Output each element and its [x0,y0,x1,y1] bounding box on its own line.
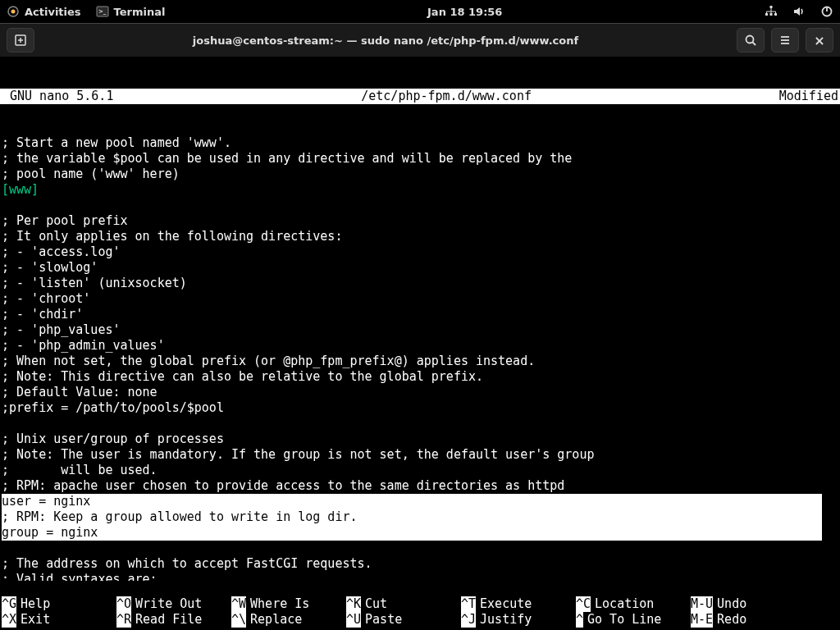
help-row-1: ^GHelp^OWrite Out^WWhere Is^KCut^TExecut… [2,596,838,612]
editor-line: ; the variable $pool can be used in any … [2,151,838,167]
editor-line: ; pool name ('www' here) [2,167,838,182]
help-item: ^WWhere Is [231,596,346,612]
help-label: Redo [713,612,746,628]
close-icon: × [814,33,824,48]
power-icon[interactable] [820,5,833,18]
editor-line: ; Note: This directive can also be relat… [2,369,838,385]
help-label: Go To Line [583,612,661,628]
editor-line: group = nginx [2,525,822,541]
app-menu[interactable]: >_ Terminal [96,5,166,18]
editor-line: ; Per pool prefix [2,213,838,229]
help-key: M-E [691,612,713,628]
help-key: M-U [691,596,713,612]
editor-line: ;prefix = /path/to/pools/$pool [2,400,838,416]
help-label: Exit [16,612,50,628]
editor-line: ; RPM: Keep a group allowed to write in … [2,509,822,525]
editor-line: ; Unix user/group of processes [2,431,838,447]
help-item: ^CLocation [576,596,691,612]
help-key: ^R [116,612,131,628]
editor-line: ; - 'listen' (unixsocket) [2,276,838,291]
help-key: ^J [461,612,476,628]
close-button[interactable]: × [806,28,833,52]
help-key: ^T [461,596,476,612]
help-item: ^OWrite Out [116,596,231,612]
editor-line: ; RPM: apache user chosen to provide acc… [2,478,838,494]
nano-version: GNU nano 5.6.1 [0,89,113,104]
search-button[interactable] [737,28,765,52]
help-label: Location [591,596,654,612]
editor-line: ; will be used. [2,463,838,478]
help-item: ^KCut [346,596,461,612]
help-key: ^W [231,596,246,612]
svg-rect-7 [774,13,777,16]
help-key: ^C [576,596,591,612]
help-item: ^RRead File [116,612,231,628]
terminal-headerbar: joshua@centos-stream:~ — sudo nano /etc/… [0,23,840,57]
svg-point-13 [746,36,754,43]
help-item: ^UPaste [346,612,461,628]
help-label: Where Is [246,596,309,612]
help-item: ^XExit [2,612,116,628]
help-item: M-ERedo [691,612,765,628]
help-item: ^ Go To Line [576,612,691,628]
window-title: joshua@centos-stream:~ — sudo nano /etc/… [41,34,730,47]
editor-content[interactable]: ; Start a new pool named 'www'.; the var… [0,135,840,630]
editor-line: ; - 'php_values' [2,322,838,338]
editor-line [2,541,838,556]
help-key: ^G [2,596,16,612]
editor-line: ; The address on which to accept FastCGI… [2,556,838,572]
new-tab-button[interactable] [7,28,34,52]
terminal-body[interactable]: GNU nano 5.6.1 /etc/php-fpm.d/www.conf M… [0,57,840,630]
help-label: Execute [476,596,532,612]
editor-line: ; - 'chroot' [2,291,838,307]
help-label: Help [16,596,50,612]
svg-text:>_: >_ [98,8,107,15]
clock-label: Jan 18 19:56 [427,6,502,18]
help-item: ^JJustify [461,612,576,628]
help-item: ^\Replace [231,612,346,628]
nano-filepath: /etc/php-fpm.d/www.conf [113,89,778,104]
help-key: ^O [116,596,131,612]
help-label: Undo [713,596,746,612]
help-label: Cut [361,596,387,612]
svg-point-1 [11,10,16,14]
nano-titlebar: GNU nano 5.6.1 /etc/php-fpm.d/www.conf M… [0,89,840,104]
help-label: Read File [131,612,202,628]
help-key: ^X [2,612,16,628]
editor-line: [www] [2,182,838,198]
editor-line: ; - 'chdir' [2,307,838,322]
editor-line: ; - 'php_admin_values' [2,338,838,354]
network-icon[interactable] [765,5,778,18]
help-row-2: ^XExit^RRead File^\Replace^UPaste^JJusti… [2,612,838,628]
help-key: ^ [576,612,583,628]
editor-line: ; Start a new pool named 'www'. [2,135,838,151]
help-key: ^K [346,596,361,612]
gnome-top-bar: Activities >_ Terminal Jan 18 19:56 [0,0,840,23]
activities-icon [7,5,20,18]
activities-button[interactable]: Activities [7,5,81,18]
volume-icon[interactable] [792,5,806,18]
editor-line: user = nginx [2,494,822,509]
help-label: Write Out [131,596,202,612]
svg-line-14 [753,43,756,46]
help-item: M-UUndo [691,596,765,612]
editor-line [2,198,838,213]
svg-rect-6 [770,13,773,16]
help-item: ^GHelp [2,596,116,612]
clock[interactable]: Jan 18 19:56 [427,6,502,18]
editor-line: ; Note: The user is mandatory. If the gr… [2,447,838,463]
hamburger-menu-button[interactable] [771,28,799,52]
app-menu-label: Terminal [114,6,166,18]
help-label: Paste [361,612,402,628]
svg-rect-5 [765,13,768,16]
help-item: ^TExecute [461,596,576,612]
nano-status: Modified [779,89,840,104]
editor-line: ; - 'access.log' [2,244,838,260]
activities-label: Activities [25,6,81,18]
editor-line: ; - 'slowlog' [2,260,838,276]
help-key: ^U [346,612,361,628]
svg-rect-4 [770,6,773,8]
editor-line: ; It only applies on the following direc… [2,229,838,244]
terminal-app-icon: >_ [96,5,109,18]
editor-line [2,416,838,431]
